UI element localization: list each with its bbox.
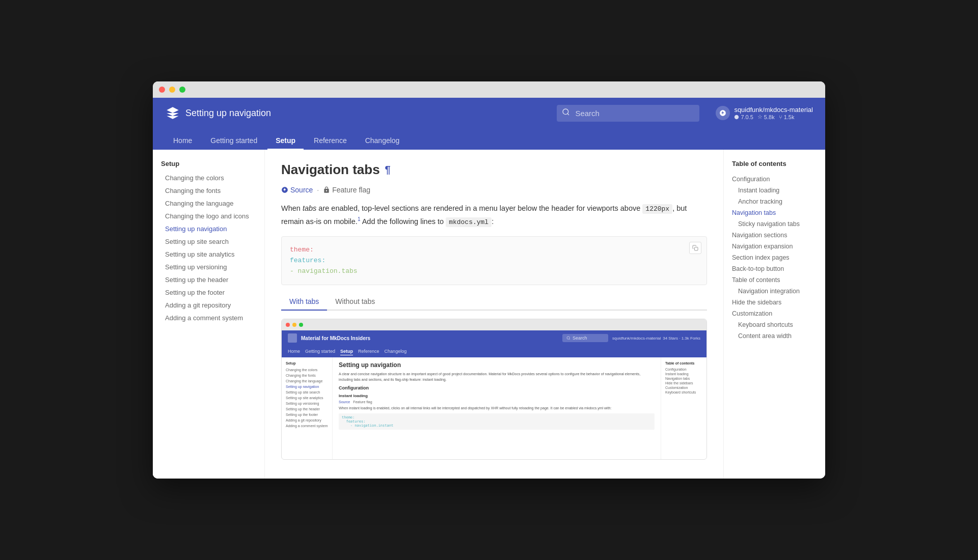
sidebar-item-footer[interactable]: Setting up the footer (161, 286, 256, 299)
source-row: Source · Feature flag (281, 186, 707, 194)
toc-item-table-contents[interactable]: Table of contents (732, 274, 817, 286)
preview-code-block: theme: features: - navigation.instant (339, 413, 655, 430)
preview-source: Source (339, 400, 350, 404)
repo-forks: ⑂ 1.5k (779, 114, 795, 120)
preview-source-row: Source Feature flag (339, 400, 655, 404)
preview-sidebar-colors: Changing the colors (286, 367, 328, 373)
toc-item-customization[interactable]: Customization (732, 308, 817, 319)
preview-flag: Feature flag (353, 400, 372, 404)
preview-sidebar-search: Setting up site search (286, 389, 328, 395)
preview-toc-configuration: Configuration (665, 367, 702, 372)
sidebar-item-header[interactable]: Setting up the header (161, 273, 256, 286)
preview-nav-getting-started: Getting started (305, 348, 335, 355)
repo-details: squidfunk/mkdocs-material 7.0.5 ☆ 5.8k ⑂… (734, 106, 813, 120)
preview-titlebar (282, 319, 707, 330)
main-nav: Home Getting started Setup Reference Cha… (165, 128, 813, 150)
site-header: Setting up navigation (153, 98, 825, 150)
search-input[interactable] (557, 105, 699, 122)
toc-item-nav-integration[interactable]: Navigation integration (732, 286, 817, 297)
toc-item-content-width[interactable]: Content area width (732, 330, 817, 342)
titlebar (153, 81, 825, 98)
main-content: Navigation tabs ¶ Source · Feature flag … (265, 150, 723, 479)
toc-item-configuration[interactable]: Configuration (732, 174, 817, 185)
sidebar-item-logo[interactable]: Changing the logo and icons (161, 210, 256, 222)
sidebar-section-title: Setup (161, 160, 256, 167)
demo-tab-without[interactable]: Without tabs (327, 293, 383, 311)
minimize-button[interactable] (169, 87, 175, 93)
app-window: Setting up navigation (153, 81, 825, 479)
preview-sidebar-section: Setup (286, 361, 328, 365)
page-title-row: Navigation tabs ¶ (281, 162, 707, 178)
sidebar-item-analytics[interactable]: Setting up site analytics (161, 248, 256, 261)
preview-sidebar-comments: Adding a comment system (286, 423, 328, 429)
toc-item-section-index[interactable]: Section index pages (732, 252, 817, 263)
sidebar-item-colors[interactable]: Changing the colors (161, 172, 256, 184)
svg-rect-2 (695, 247, 698, 251)
sidebar-item-comments[interactable]: Adding a comment system (161, 312, 256, 324)
preview-repo-info: squidfunk/mkdocs-material 34 Stars · 1.3… (612, 336, 700, 341)
nav-changelog[interactable]: Changelog (357, 132, 408, 150)
copy-button[interactable] (689, 242, 701, 254)
site-title: Setting up navigation (185, 108, 271, 119)
repo-name: squidfunk/mkdocs-material (734, 106, 813, 114)
source-label: Source (290, 186, 313, 194)
repo-info: squidfunk/mkdocs-material 7.0.5 ☆ 5.8k ⑂… (716, 106, 813, 120)
preview-toc-instant: Instant loading (665, 372, 702, 376)
sidebar-item-navigation[interactable]: Setting up navigation (161, 222, 256, 235)
preview-subsection: Instant loading (339, 394, 655, 398)
toc-item-hide-sidebars[interactable]: Hide the sidebars (732, 297, 817, 308)
demo-tab-with[interactable]: With tabs (281, 293, 327, 311)
nav-home[interactable]: Home (165, 132, 200, 150)
nav-setup[interactable]: Setup (267, 132, 304, 150)
preview-toc-title: Table of contents (665, 361, 702, 365)
preview-sidebar: Setup Changing the colors Changing the f… (282, 357, 333, 459)
close-button[interactable] (159, 87, 165, 93)
nav-getting-started[interactable]: Getting started (202, 132, 265, 150)
preview-logo-icon (288, 333, 297, 343)
page-description: When tabs are enabled, top-level section… (281, 202, 707, 228)
nav-reference[interactable]: Reference (306, 132, 355, 150)
toc-item-sticky-tabs[interactable]: Sticky navigation tabs (732, 218, 817, 230)
search-icon (562, 108, 570, 118)
preview-maximize (299, 323, 303, 327)
toc-item-back-top[interactable]: Back-to-top button (732, 263, 817, 274)
preview-body: Setup Changing the colors Changing the f… (282, 357, 707, 459)
sidebar-item-fonts[interactable]: Changing the fonts (161, 184, 256, 197)
svg-point-3 (567, 337, 569, 339)
sidebar-item-git[interactable]: Adding a git repository (161, 299, 256, 312)
maximize-button[interactable] (179, 87, 185, 93)
preview-close (286, 323, 290, 327)
preview-nav-reference: Reference (358, 348, 379, 355)
preview-toc-custom: Customization (665, 385, 702, 390)
preview-section-config: Configuration (339, 385, 655, 390)
anchor-icon[interactable]: ¶ (385, 164, 391, 176)
sidebar-item-versioning[interactable]: Setting up versioning (161, 261, 256, 273)
toc-item-instant-loading[interactable]: Instant loading (732, 185, 817, 196)
source-link[interactable]: Source (281, 186, 313, 194)
preview-sidebar-language: Changing the language (286, 378, 328, 384)
preview-frame: Material for MkDocs Insiders Search squi… (281, 319, 707, 460)
toc-panel: Table of contents Configuration Instant … (723, 150, 825, 479)
logo-icon (165, 105, 180, 121)
preview-toc-nav-tabs: Navigation tabs (665, 376, 702, 381)
svg-line-4 (569, 339, 570, 340)
toc-item-anchor-tracking[interactable]: Anchor tracking (732, 196, 817, 207)
source-separator: · (317, 186, 319, 194)
preview-page-text: A clear and concise navigation structure… (339, 372, 655, 382)
site-logo[interactable]: Setting up navigation (165, 105, 271, 121)
preview-sidebar-header: Setting up the header (286, 406, 328, 412)
preview-nav-changelog: Changelog (385, 348, 407, 355)
content-area: Setup Changing the colors Changing the f… (153, 150, 825, 479)
toc-item-navigation-tabs[interactable]: Navigation tabs (732, 207, 817, 218)
preview-sidebar-footer: Setting up the footer (286, 412, 328, 417)
toc-title: Table of contents (732, 160, 817, 167)
sidebar-item-search[interactable]: Setting up site search (161, 235, 256, 248)
code-line-1: theme: (290, 245, 698, 256)
toc-item-nav-sections[interactable]: Navigation sections (732, 230, 817, 241)
toc-item-keyboard[interactable]: Keyboard shortcuts (732, 319, 817, 330)
search-wrapper (557, 105, 699, 122)
sidebar-item-language[interactable]: Changing the language (161, 197, 256, 210)
repo-stats: 7.0.5 ☆ 5.8k ⑂ 1.5k (734, 114, 813, 120)
toc-item-nav-expansion[interactable]: Navigation expansion (732, 241, 817, 252)
code-line-2: features: (290, 256, 698, 266)
